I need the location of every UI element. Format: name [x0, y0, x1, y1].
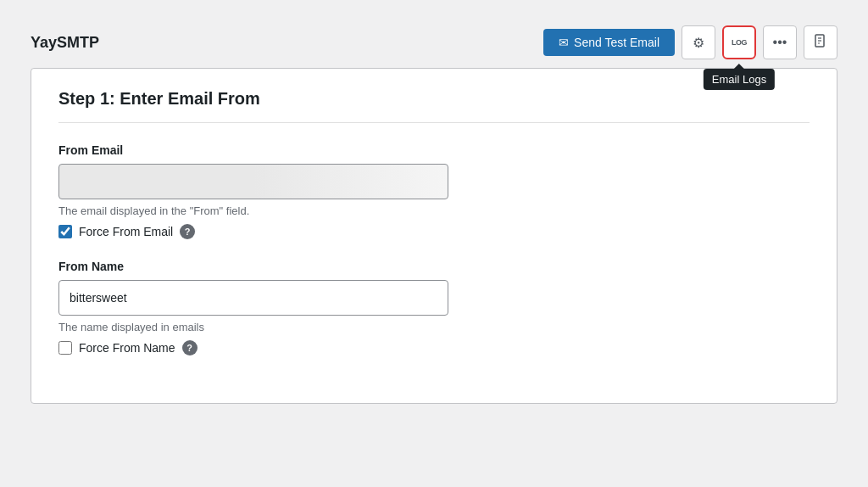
book-icon: [814, 34, 827, 51]
from-email-group: From Email The email displayed in the "F…: [58, 143, 810, 239]
from-name-group: From Name The name displayed in emails F…: [58, 260, 810, 355]
envelope-icon: ✉: [559, 36, 569, 49]
top-bar: YaySMTP ✉ Send Test Email ⚙ LOG Email Lo…: [17, 17, 851, 68]
email-logs-wrapper: LOG Email Logs: [722, 25, 756, 59]
force-from-email-help-icon[interactable]: ?: [180, 224, 195, 239]
from-name-hint: The name displayed in emails: [58, 321, 810, 333]
from-name-input[interactable]: [58, 280, 448, 316]
from-email-shimmer: [58, 164, 448, 199]
app-logo: YaySMTP: [31, 34, 99, 52]
section-title: Step 1: Enter Email From: [58, 89, 810, 123]
force-from-email-label: Force From Email: [79, 225, 173, 238]
docs-button[interactable]: [804, 25, 837, 59]
top-bar-right: ✉ Send Test Email ⚙ LOG Email Logs •••: [543, 25, 837, 59]
from-email-hint: The email displayed in the "From" field.: [58, 204, 810, 217]
settings-button[interactable]: ⚙: [682, 25, 715, 59]
app-container: YaySMTP ✉ Send Test Email ⚙ LOG Email Lo…: [17, 17, 851, 487]
force-from-name-checkbox[interactable]: [58, 341, 72, 355]
ellipsis-icon: •••: [773, 35, 787, 50]
more-options-button[interactable]: •••: [763, 25, 797, 59]
force-from-name-label: Force From Name: [79, 341, 175, 355]
from-email-label: From Email: [58, 143, 810, 157]
from-name-label: From Name: [58, 260, 810, 273]
gear-icon: ⚙: [693, 35, 704, 51]
main-card: Step 1: Enter Email From From Email The …: [31, 68, 837, 404]
force-from-email-row: Force From Email ?: [58, 224, 810, 239]
force-from-email-checkbox[interactable]: [58, 225, 72, 238]
log-icon: LOG: [732, 38, 747, 47]
send-test-button[interactable]: ✉ Send Test Email: [543, 29, 675, 56]
force-from-name-row: Force From Name ?: [58, 340, 810, 355]
email-logs-tooltip: Email Logs: [704, 69, 775, 90]
force-from-name-help-icon[interactable]: ?: [182, 340, 198, 355]
email-logs-button[interactable]: LOG: [722, 25, 756, 59]
